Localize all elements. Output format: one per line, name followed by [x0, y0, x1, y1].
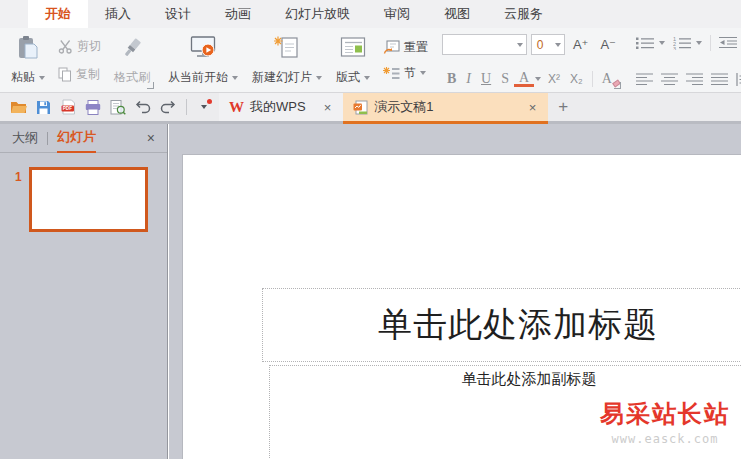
- redo-button[interactable]: [158, 96, 178, 118]
- play-from-current-button[interactable]: 从当前开始: [161, 28, 245, 92]
- export-pdf-icon: PDF: [61, 99, 76, 115]
- panel-tabs: 大纲 幻灯片 ×: [0, 124, 167, 153]
- close-icon[interactable]: ×: [527, 100, 539, 115]
- strikethrough-button[interactable]: S: [496, 71, 514, 87]
- clear-format-label: A: [602, 71, 612, 86]
- bold-button[interactable]: B: [442, 71, 461, 87]
- align-center-button[interactable]: [657, 72, 682, 87]
- cut-label: 剪切: [77, 38, 101, 55]
- format-painter-icon: [120, 35, 144, 61]
- subtitle-placeholder-text: 单击此处添加副标题: [462, 371, 597, 387]
- print-button[interactable]: [83, 96, 103, 118]
- slide-thumbnail[interactable]: [29, 167, 148, 232]
- tab-my-wps[interactable]: W 我的WPS ×: [219, 93, 343, 124]
- export-pdf-button[interactable]: PDF: [58, 96, 78, 118]
- title-placeholder[interactable]: 单击此处添加标题: [262, 288, 741, 362]
- notification-dot: [207, 99, 212, 104]
- customize-toolbar-button[interactable]: [195, 96, 213, 118]
- section-button[interactable]: 节: [379, 63, 432, 84]
- italic-button[interactable]: I: [461, 71, 476, 87]
- tab-divider: [47, 132, 48, 145]
- tab-document[interactable]: 演示文稿1 ×: [343, 93, 548, 124]
- new-slide-button[interactable]: 新建幻灯片: [245, 28, 329, 92]
- decrease-indent-button[interactable]: [715, 35, 741, 50]
- chevron-down-icon: [517, 43, 523, 47]
- shrink-font-button[interactable]: A⁻: [596, 37, 620, 52]
- underline-button[interactable]: U: [476, 71, 496, 87]
- print-preview-icon: [110, 100, 126, 115]
- svg-text:3: 3: [673, 45, 676, 50]
- menu-tab-review[interactable]: 审阅: [367, 0, 427, 28]
- layout-icon: [340, 35, 366, 60]
- close-icon[interactable]: ×: [322, 100, 334, 115]
- undo-button[interactable]: [133, 96, 153, 118]
- slide-number: 1: [15, 170, 22, 184]
- cut-button[interactable]: 剪切: [54, 36, 105, 57]
- watermark-title: 易采站长站: [586, 398, 741, 430]
- layout-label: 版式: [336, 69, 360, 86]
- cut-icon: [58, 39, 73, 54]
- paste-icon: [16, 35, 40, 61]
- chevron-down-icon: [555, 43, 561, 47]
- copy-button[interactable]: 复制: [54, 64, 105, 85]
- chevron-down-icon: [39, 76, 45, 80]
- menu-tab-slideshow[interactable]: 幻灯片放映: [268, 0, 367, 28]
- add-tab-button[interactable]: +: [548, 93, 578, 124]
- tab-slides[interactable]: 幻灯片: [57, 124, 96, 153]
- reset-icon: [383, 40, 400, 55]
- slide-canvas[interactable]: 单击此处添加标题 单击此处添加副标题 易采站长站 www.easck.com: [183, 155, 741, 459]
- font-group: 0 A⁺ A⁻ B I U S A X² X₂ A: [438, 28, 624, 92]
- print-preview-button[interactable]: [108, 96, 128, 118]
- font-name-select[interactable]: [442, 34, 527, 55]
- chevron-down-icon: [364, 76, 370, 80]
- distribute-button[interactable]: [732, 72, 741, 87]
- font-size-select[interactable]: 0: [531, 34, 565, 55]
- open-folder-button[interactable]: [8, 96, 28, 118]
- menu-tab-insert[interactable]: 插入: [88, 0, 148, 28]
- tab-my-wps-label: 我的WPS: [250, 98, 306, 116]
- chevron-down-icon: [232, 76, 238, 80]
- ribbon-separator: [710, 35, 711, 51]
- copy-icon: [58, 67, 72, 82]
- new-slide-icon: [274, 35, 300, 60]
- wps-logo-icon: W: [229, 99, 244, 116]
- chevron-down-icon: [201, 105, 207, 109]
- menu-tab-cloud[interactable]: 云服务: [487, 0, 560, 28]
- numbered-list-button[interactable]: 123: [669, 35, 706, 51]
- dialog-launcher-icon[interactable]: [147, 82, 154, 89]
- menu-tab-design[interactable]: 设计: [148, 0, 208, 28]
- menu-tab-animation[interactable]: 动画: [208, 0, 268, 28]
- reset-button[interactable]: 重置: [379, 37, 432, 58]
- chevron-down-icon[interactable]: [535, 77, 541, 81]
- align-right-button[interactable]: [682, 72, 707, 87]
- grow-font-button[interactable]: A⁺: [569, 37, 593, 52]
- slides-panel: 大纲 幻灯片 × 1: [0, 124, 168, 459]
- document-tab-bar: PDF: [0, 93, 741, 124]
- subscript-button[interactable]: X₂: [565, 72, 588, 86]
- redo-icon: [160, 100, 176, 115]
- bullet-list-button[interactable]: [632, 35, 669, 51]
- reset-label: 重置: [404, 39, 428, 56]
- toolbar-separator: [186, 99, 187, 115]
- font-color-button[interactable]: A: [514, 71, 534, 87]
- format-painter-label: 格式刷: [114, 69, 150, 86]
- wps-presentation-window: 开始 插入 设计 动画 幻灯片放映 审阅 视图 云服务 粘贴: [0, 0, 741, 459]
- align-left-button[interactable]: [632, 72, 657, 87]
- watermark: 易采站长站 www.easck.com: [586, 398, 741, 446]
- justify-button[interactable]: [707, 72, 732, 87]
- layout-button[interactable]: 版式: [329, 28, 377, 92]
- close-icon[interactable]: ×: [147, 130, 155, 146]
- menu-tab-home[interactable]: 开始: [28, 0, 88, 28]
- menu-tab-view[interactable]: 视图: [427, 0, 487, 28]
- menubar: 开始 插入 设计 动画 幻灯片放映 审阅 视图 云服务: [0, 0, 741, 28]
- title-placeholder-text: 单击此处添加标题: [378, 302, 658, 348]
- superscript-button[interactable]: X²: [543, 72, 565, 86]
- dialog-launcher-icon[interactable]: [614, 82, 621, 89]
- ribbon-separator: [592, 71, 593, 87]
- chevron-down-icon: [659, 41, 665, 45]
- save-button[interactable]: [33, 96, 53, 118]
- paste-button[interactable]: 粘贴: [4, 28, 52, 92]
- save-icon: [36, 100, 51, 115]
- watermark-url: www.easck.com: [586, 432, 741, 446]
- tab-outline[interactable]: 大纲: [12, 129, 38, 147]
